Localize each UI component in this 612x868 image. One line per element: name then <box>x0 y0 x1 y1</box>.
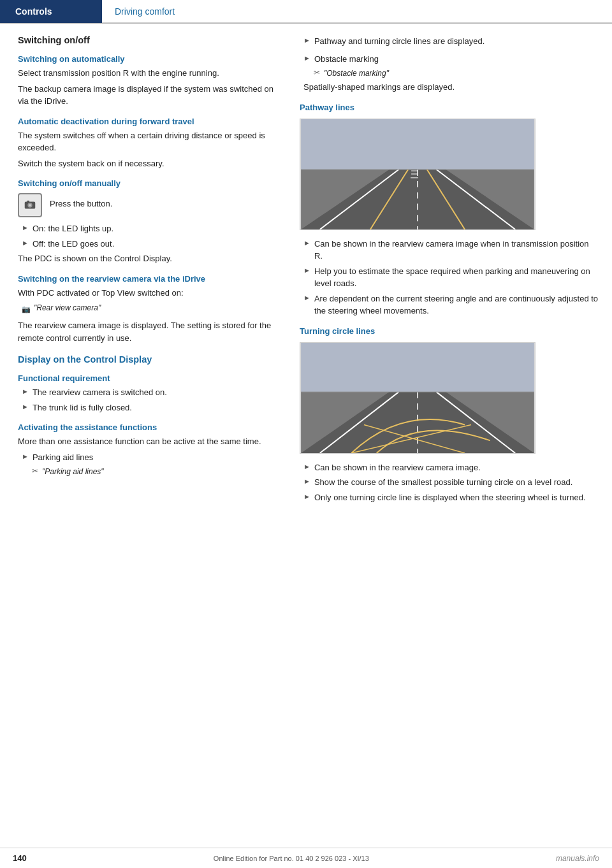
right-column: ► Pathway and turning circle lines are d… <box>293 35 612 506</box>
turning-title: Turning circle lines <box>300 326 599 336</box>
turning-bullet-1: ► Can be shown in the rearview camera im… <box>303 461 599 474</box>
pdc-button-icon <box>18 193 42 217</box>
pathway-bullet-3-text: Are dependent on the current steering an… <box>314 293 599 317</box>
turning-diagram <box>300 342 536 454</box>
page-number: 140 <box>13 853 27 863</box>
svg-rect-3 <box>27 201 29 203</box>
parking-aid-text: Parking aid lines <box>33 451 93 464</box>
button-row: Press the button. <box>18 193 280 217</box>
svg-rect-4 <box>301 119 534 170</box>
parking-code-icon: ✂ <box>32 467 38 475</box>
req2-text: The trunk lid is fully closed. <box>33 401 132 414</box>
turning-bullet-2: ► Show the course of the smallest possib… <box>303 476 599 489</box>
controls-tab-label: Controls <box>15 6 52 17</box>
req1-text: The rearview camera is switched on. <box>33 386 167 399</box>
turning-bullet-3-text: Only one turning circle line is displaye… <box>314 491 586 504</box>
left-column: Switching on/off Switching on automatica… <box>0 35 293 506</box>
bullet-arrow-on: ► <box>22 224 29 231</box>
camera-button-svg <box>23 198 37 212</box>
on-led-row: ► On: the LED lights up. <box>22 222 280 235</box>
pathway-bullet-3: ► Are dependent on the current steering … <box>303 293 599 317</box>
bullet-arrow-p1: ► <box>303 239 310 247</box>
auto-deact-subtitle: Automatic deactivation during forward tr… <box>18 117 280 126</box>
rearview-subtitle: Switching on the rearview camera via the… <box>18 274 280 284</box>
driving-comfort-tab-label: Driving comfort <box>115 6 175 17</box>
press-button-text: Press the button. <box>50 198 112 210</box>
switching-auto-subtitle: Switching on automatically <box>18 54 280 64</box>
main-content: Switching on/off Switching on automatica… <box>0 24 612 506</box>
pathway-bullet-2-text: Help you to estimate the space required … <box>314 265 599 290</box>
turning-bullet-1-text: Can be shown in the rearview camera imag… <box>314 461 481 474</box>
controls-tab[interactable]: Controls <box>0 0 102 23</box>
obstacle-title-text: Obstacle marking <box>314 53 379 66</box>
turning-diagram-svg <box>300 343 535 453</box>
bullet-arrow-req1: ► <box>22 387 29 395</box>
off-led-row: ► Off: the LED goes out. <box>22 238 280 250</box>
req2-row: ► The trunk lid is fully closed. <box>22 401 280 414</box>
pathway-title: Pathway lines <box>300 103 599 112</box>
svg-rect-16 <box>301 343 534 392</box>
svg-point-2 <box>29 204 31 206</box>
pathway-bullet-1: ► Can be shown in the rearview camera im… <box>303 238 599 263</box>
obstacle-text: Spatially-shaped markings are displayed. <box>303 81 599 94</box>
switching-title: Switching on/off <box>18 35 280 45</box>
parking-aid-row: ► Parking aid lines <box>22 451 280 464</box>
pathway-diagram-svg <box>300 119 535 229</box>
auto-deact-p2: Switch the system back on if necessary. <box>18 157 280 170</box>
switching-auto-p2: The backup camera image is displayed if … <box>18 83 280 108</box>
pathway-bullet-2: ► Help you to estimate the space require… <box>303 265 599 290</box>
bullet-arrow-obstacle: ► <box>303 54 310 62</box>
pathway-turning-row: ► Pathway and turning circle lines are d… <box>303 35 599 48</box>
bullet-arrow-parking: ► <box>22 452 29 460</box>
activating-subtitle: Activating the assistance functions <box>18 423 280 432</box>
rearview-icon: 📷 <box>22 305 31 314</box>
activating-p1: More than one assistance function can be… <box>18 435 280 448</box>
bullet-arrow-req2: ► <box>22 403 29 410</box>
parking-code-text: "Parking aid lines" <box>42 466 104 477</box>
rearview-code-row: 📷 "Rear view camera" <box>22 302 280 317</box>
page-header: Controls Driving comfort <box>0 0 612 23</box>
pathway-diagram <box>300 119 536 230</box>
bullet-arrow-off: ► <box>22 239 29 247</box>
bullet-arrow-p2: ► <box>303 266 310 274</box>
bullet-arrow-t3: ► <box>303 493 310 500</box>
driving-comfort-tab[interactable]: Driving comfort <box>102 0 612 23</box>
pdc-shown-text: The PDC is shown on the Control Display. <box>18 252 280 265</box>
bullet-arrow-t1: ► <box>303 463 310 470</box>
obstacle-code-row: ✂ "Obstacle marking" <box>314 68 599 79</box>
turning-bullet-2-text: Show the course of the smallest possible… <box>314 476 572 489</box>
display-title: Display on the Control Display <box>18 354 280 365</box>
pathway-turning-text: Pathway and turning circle lines are dis… <box>314 35 484 48</box>
switching-manual-subtitle: Switching on/off manually <box>18 178 280 188</box>
parking-code-row: ✂ "Parking aid lines" <box>32 466 280 477</box>
edition-text: Online Edition for Part no. 01 40 2 926 … <box>214 855 369 862</box>
footer-logo: manuals.info <box>556 854 599 863</box>
auto-deact-p1: The system switches off when a certain d… <box>18 129 280 154</box>
switching-auto-p1: Select transmission position R with the … <box>18 67 280 80</box>
off-led-text: Off: the LED goes out. <box>33 238 114 250</box>
obstacle-row: ► Obstacle marking <box>303 53 599 66</box>
bullet-arrow-p3: ► <box>303 294 310 301</box>
rearview-code: "Rear view camera" <box>34 302 101 314</box>
on-led-text: On: the LED lights up. <box>33 222 113 235</box>
req1-row: ► The rearview camera is switched on. <box>22 386 280 399</box>
page-footer: 140 Online Edition for Part no. 01 40 2 … <box>0 848 612 868</box>
obstacle-code-icon: ✂ <box>314 68 320 77</box>
rearview-p2: The rearview camera image is displayed. … <box>18 319 280 344</box>
obstacle-code-text: "Obstacle marking" <box>324 68 389 79</box>
bullet-arrow-t2: ► <box>303 477 310 485</box>
pathway-bullet-1-text: Can be shown in the rearview camera imag… <box>314 238 599 263</box>
bullet-arrow-pathway-turning: ► <box>303 36 310 44</box>
functional-subtitle: Functional requirement <box>18 373 280 383</box>
rearview-p1: With PDC activated or Top View switched … <box>18 287 280 300</box>
turning-bullet-3: ► Only one turning circle line is displa… <box>303 491 599 504</box>
